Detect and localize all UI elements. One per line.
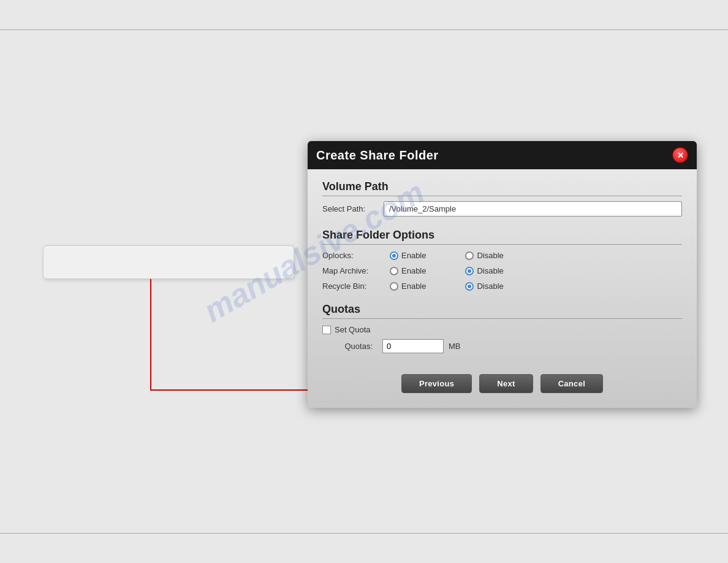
volume-path-section: Volume Path Select Path:: [322, 180, 682, 216]
select-path-label: Select Path:: [322, 204, 384, 213]
recycle-bin-label: Recycle Bin:: [322, 282, 390, 291]
map-archive-enable-label: Enable: [401, 266, 426, 275]
map-archive-label: Map Archive:: [322, 266, 390, 275]
arrow-horizontal: [150, 389, 325, 391]
select-path-row: Select Path:: [322, 201, 682, 216]
quotas-header: Quotas: [322, 303, 682, 319]
recycle-bin-disable-radio[interactable]: [465, 282, 474, 291]
dialog-title: Create Share Folder: [316, 148, 439, 163]
set-quota-checkbox-label[interactable]: Set Quota: [322, 325, 371, 334]
set-quota-label: Set Quota: [335, 325, 371, 334]
oplocks-disable[interactable]: Disable: [465, 251, 503, 260]
map-archive-disable-radio[interactable]: [465, 267, 474, 275]
recycle-bin-enable-radio[interactable]: [390, 282, 398, 291]
oplocks-row: Oplocks: Enable Disable: [322, 251, 682, 260]
recycle-bin-row: Recycle Bin: Enable Disable: [322, 282, 682, 291]
volume-path-header: Volume Path: [322, 180, 682, 196]
oplocks-disable-radio[interactable]: [465, 251, 474, 260]
map-archive-enable-radio[interactable]: [390, 267, 398, 275]
next-button[interactable]: Next: [479, 374, 533, 393]
set-quota-row: Set Quota: [322, 325, 682, 334]
map-archive-disable[interactable]: Disable: [465, 266, 503, 275]
share-folder-options-section: Share Folder Options Oplocks: Enable Dis…: [322, 229, 682, 291]
oplocks-radio-group: Enable Disable: [390, 251, 504, 260]
quotas-input[interactable]: [382, 339, 444, 353]
dialog-content: Volume Path Select Path: Share Folder Op…: [308, 169, 697, 408]
button-bar: Previous Next Cancel: [322, 366, 682, 396]
close-button[interactable]: [672, 147, 688, 163]
quotas-section: Quotas Set Quota Quotas: MB: [322, 303, 682, 353]
quotas-input-label: Quotas:: [322, 342, 377, 351]
oplocks-enable-radio[interactable]: [390, 251, 398, 260]
recycle-bin-disable[interactable]: Disable: [465, 282, 503, 291]
bottom-border: [0, 533, 728, 534]
dialog-titlebar: Create Share Folder: [308, 141, 697, 169]
recycle-bin-disable-label: Disable: [477, 282, 503, 291]
oplocks-disable-label: Disable: [477, 251, 503, 260]
recycle-bin-enable[interactable]: Enable: [390, 282, 426, 291]
recycle-bin-radio-group: Enable Disable: [390, 282, 504, 291]
map-archive-radio-group: Enable Disable: [390, 266, 504, 275]
set-quota-checkbox[interactable]: [322, 326, 331, 334]
create-share-folder-dialog: Create Share Folder Volume Path Select P…: [308, 141, 697, 408]
map-archive-disable-label: Disable: [477, 266, 503, 275]
oplocks-enable[interactable]: Enable: [390, 251, 426, 260]
select-path-input[interactable]: [384, 201, 682, 216]
map-archive-row: Map Archive: Enable Disable: [322, 266, 682, 275]
oplocks-label: Oplocks:: [322, 251, 390, 260]
quotas-input-row: Quotas: MB: [322, 339, 682, 353]
share-folder-options-header: Share Folder Options: [322, 229, 682, 245]
previous-button[interactable]: Previous: [401, 374, 472, 393]
callout-box: [43, 245, 294, 279]
cancel-button[interactable]: Cancel: [540, 374, 603, 393]
oplocks-enable-label: Enable: [401, 251, 426, 260]
map-archive-enable[interactable]: Enable: [390, 266, 426, 275]
recycle-bin-enable-label: Enable: [401, 282, 426, 291]
arrow-vertical: [150, 279, 151, 389]
quota-unit-label: MB: [449, 342, 461, 351]
top-border: [0, 29, 728, 30]
